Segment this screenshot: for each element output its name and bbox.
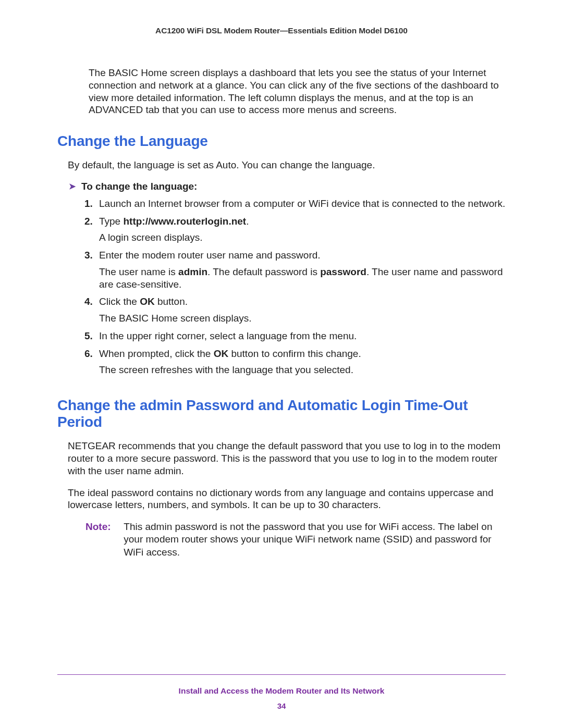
step-number: 3. — [84, 249, 93, 262]
running-header: AC1200 WiFi DSL Modem Router—Essentials … — [57, 26, 506, 35]
step-text: Click the OK button. — [99, 296, 188, 307]
step-text: Enter the modem router user name and pas… — [99, 250, 321, 261]
url-bold: http://www.routerlogin.net — [123, 216, 246, 227]
note-label: Note: — [85, 521, 121, 533]
step-text: Type http://www.routerlogin.net. — [99, 216, 249, 227]
step-3: 3. Enter the modem router user name and … — [84, 249, 506, 290]
step-6: 6. When prompted, click the OK button to… — [84, 348, 506, 377]
section2-p1: NETGEAR recommends that you change the d… — [57, 440, 506, 477]
section-heading-change-language: Change the Language — [57, 133, 506, 150]
step-text: When prompted, click the OK button to co… — [99, 348, 361, 359]
procedure-list: 1. Launch an Internet browser from a com… — [57, 198, 506, 376]
step-2: 2. Type http://www.routerlogin.net. A lo… — [84, 215, 506, 244]
step-1: 1. Launch an Internet browser from a com… — [84, 198, 506, 210]
footer-chapter-title: Install and Access the Modem Router and … — [0, 686, 563, 696]
note-block: Note: This admin password is not the pas… — [57, 521, 506, 559]
document-page: AC1200 WiFi DSL Modem Router—Essentials … — [0, 0, 563, 728]
section2-p2: The ideal password contains no dictionar… — [57, 487, 506, 512]
step-number: 1. — [84, 198, 93, 210]
step-4: 4. Click the OK button. The BASIC Home s… — [84, 295, 506, 325]
step-text: In the upper right corner, select a lang… — [99, 330, 357, 341]
step-number: 4. — [84, 295, 93, 308]
step-text: Launch an Internet browser from a comput… — [99, 198, 505, 209]
task-label: To change the language: — [81, 181, 197, 192]
triangle-right-icon: ➤ — [69, 181, 81, 191]
footer-divider — [57, 674, 506, 675]
section1-intro: By default, the language is set as Auto.… — [57, 159, 506, 171]
step-5: 5. In the upper right corner, select a l… — [84, 330, 506, 342]
step-result: The screen refreshes with the language t… — [99, 364, 506, 376]
step-result: The BASIC Home screen displays. — [99, 312, 506, 325]
page-number: 34 — [0, 701, 563, 710]
note-body: This admin password is not the password … — [124, 521, 502, 559]
task-heading: ➤To change the language: — [57, 181, 506, 192]
step-number: 5. — [84, 330, 93, 342]
step-number: 2. — [84, 215, 93, 228]
section-heading-change-password: Change the admin Password and Automatic … — [57, 397, 506, 430]
step-result: The user name is admin. The default pass… — [99, 266, 506, 291]
step-result: A login screen displays. — [99, 231, 506, 244]
intro-paragraph: The BASIC Home screen displays a dashboa… — [57, 67, 506, 116]
step-number: 6. — [84, 348, 93, 360]
